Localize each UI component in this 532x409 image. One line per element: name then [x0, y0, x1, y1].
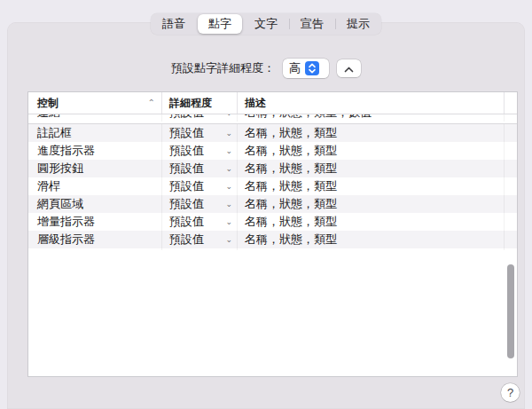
- chevron-down-icon: ⌄: [225, 114, 232, 117]
- column-header-description[interactable]: 描述: [238, 92, 505, 114]
- description-cell: 名稱，狀態，類型: [238, 160, 505, 177]
- row-gutter: [505, 124, 517, 142]
- tab-語音[interactable]: 語音: [151, 13, 197, 35]
- tab-文字[interactable]: 文字: [243, 13, 289, 35]
- table-row[interactable]: 層級指示器 預設值 ⌄ 名稱，狀態，類型: [28, 231, 517, 248]
- table-body: 註記框 預設值 ⌄ 名稱，狀態，類型 進度指示器 預設值 ⌄ 名稱，狀態，類型 …: [28, 124, 517, 250]
- row-gutter: [505, 160, 517, 177]
- verbosity-table: 控制 ⌃ 詳細程度 描述 連結 預設值 ⌄ 名稱，狀態，類型，數值 註記框 預設…: [27, 91, 518, 377]
- row-gutter: [505, 195, 517, 213]
- category-tabs: 語音點字文字宣告提示: [151, 13, 381, 35]
- verbosity-popup-value: 高: [289, 60, 301, 76]
- vertical-scrollbar-thumb[interactable]: [507, 264, 514, 358]
- tab-宣告[interactable]: 宣告: [289, 13, 335, 35]
- verbosity-value: 預設值: [169, 114, 204, 121]
- sort-ascending-icon: ⌃: [148, 98, 155, 107]
- tab-提示[interactable]: 提示: [335, 13, 381, 35]
- verbosity-value: 預設值: [169, 161, 204, 177]
- control-name: 網頁區域: [37, 196, 83, 212]
- table-row[interactable]: 圓形按鈕 預設值 ⌄ 名稱，狀態，類型: [28, 160, 517, 177]
- column-header-label: 描述: [245, 96, 266, 111]
- control-name: 圓形按鈕: [37, 161, 83, 177]
- chevron-down-icon: ⌄: [225, 146, 232, 155]
- table-row[interactable]: 連結 預設值 ⌄ 名稱，狀態，類型，數值: [28, 114, 517, 122]
- table-row[interactable]: 網頁區域 預設值 ⌄ 名稱，狀態，類型: [28, 195, 517, 213]
- description-text: 名稱，狀態，類型，數值: [245, 114, 372, 121]
- verbosity-cell-dropdown[interactable]: 預設值 ⌄: [162, 231, 238, 248]
- table-row[interactable]: 註記框 預設值 ⌄ 名稱，狀態，類型: [28, 124, 517, 142]
- verbosity-cell-dropdown[interactable]: 預設值 ⌄: [162, 124, 238, 142]
- default-verbosity-label: 預設點字詳細程度：: [171, 60, 275, 76]
- table-footer-space: [28, 250, 517, 376]
- verbosity-value: 預設值: [169, 232, 204, 248]
- chevron-up-icon: [344, 60, 354, 76]
- verbosity-cell-dropdown[interactable]: 預設值 ⌄: [162, 177, 238, 195]
- control-name: 註記框: [37, 125, 72, 141]
- description-text: 名稱，狀態，類型: [245, 143, 337, 159]
- chevron-down-icon: ⌄: [225, 129, 232, 138]
- verbosity-value: 預設值: [169, 143, 204, 159]
- description-text: 名稱，狀態，類型: [245, 178, 337, 194]
- control-cell: 層級指示器: [28, 231, 162, 248]
- description-cell: 名稱，狀態，類型: [238, 177, 505, 195]
- control-name: 滑桿: [37, 178, 60, 194]
- chevron-down-icon: ⌄: [225, 182, 232, 191]
- column-header-verbosity[interactable]: 詳細程度: [162, 92, 238, 114]
- verbosity-value: 預設值: [169, 125, 204, 141]
- row-gutter: [505, 231, 517, 248]
- control-cell: 網頁區域: [28, 195, 162, 213]
- description-cell: 名稱，狀態，類型，數值: [238, 114, 505, 122]
- table-header: 控制 ⌃ 詳細程度 描述: [28, 92, 517, 114]
- verbosity-cell-dropdown[interactable]: 預設值 ⌄: [162, 142, 238, 160]
- description-cell: 名稱，狀態，類型: [238, 231, 505, 248]
- control-cell: 增量指示器: [28, 213, 162, 231]
- verbosity-cell-dropdown[interactable]: 預設值 ⌄: [162, 213, 238, 231]
- description-text: 名稱，狀態，類型: [245, 232, 337, 248]
- verbosity-value: 預設值: [169, 249, 204, 250]
- description-text: 名稱，狀態，類型: [245, 161, 337, 177]
- popup-updown-chevrons-icon: [305, 61, 319, 75]
- description-text: 名稱，狀態，類型: [245, 196, 337, 212]
- control-cell: 圓形按鈕: [28, 160, 162, 177]
- description-cell: 名稱，狀態，類型: [238, 213, 505, 231]
- control-name: 增量指示器: [37, 214, 95, 230]
- control-name: 進度指示器: [37, 143, 95, 159]
- table-row[interactable]: 增量指示器 預設值 ⌄ 名稱，狀態，類型: [28, 213, 517, 231]
- chevron-down-icon: ⌄: [225, 164, 232, 173]
- control-cell: 連結: [28, 114, 162, 122]
- verbosity-cell-dropdown[interactable]: 預設值 ⌄: [162, 195, 238, 213]
- control-cell: 滑桿: [28, 177, 162, 195]
- description-cell: 名稱，狀態，類型: [238, 124, 505, 142]
- row-gutter: [505, 142, 517, 160]
- description-text: 名稱，狀態，類型: [245, 125, 337, 141]
- table-row-clipped[interactable]: 連結 預設值 ⌄ 名稱，狀態，類型，數值: [28, 114, 517, 124]
- column-header-label: 控制: [37, 96, 59, 111]
- verbosity-cell-dropdown[interactable]: 預設值 ⌄: [162, 160, 238, 177]
- row-gutter: [505, 114, 517, 122]
- control-cell: 進度指示器: [28, 142, 162, 160]
- row-gutter: [505, 213, 517, 231]
- help-button[interactable]: ?: [501, 383, 520, 402]
- collapse-detail-button[interactable]: [337, 59, 361, 77]
- column-header-gutter: [505, 92, 517, 114]
- verbosity-value: 預設值: [169, 178, 204, 194]
- column-header-control[interactable]: 控制 ⌃: [28, 92, 162, 114]
- chevron-down-icon: ⌄: [225, 200, 232, 208]
- control-name: 層級指示器: [37, 232, 95, 248]
- verbosity-cell-dropdown[interactable]: 預設值 ⌄: [162, 248, 238, 250]
- control-name: 連結: [37, 114, 60, 121]
- tab-點字[interactable]: 點字: [198, 14, 242, 34]
- description-cell: 名稱，狀態，類型: [238, 142, 505, 160]
- chevron-down-icon: ⌄: [225, 217, 232, 226]
- verbosity-value: 預設值: [169, 214, 204, 230]
- verbosity-cell-dropdown[interactable]: 預設值 ⌄: [162, 114, 238, 122]
- table-row[interactable]: 滑桿 預設值 ⌄ 名稱，狀態，類型: [28, 177, 517, 195]
- verbosity-popup-button[interactable]: 高: [283, 59, 329, 78]
- column-header-label: 詳細程度: [169, 96, 212, 111]
- description-text: 名稱，狀態，類型: [245, 214, 337, 230]
- default-verbosity-row: 預設點字詳細程度： 高: [0, 57, 532, 80]
- table-row[interactable]: 進度指示器 預設值 ⌄ 名稱，狀態，類型: [28, 142, 517, 160]
- description-cell: 名稱，狀態，類型: [238, 195, 505, 213]
- control-cell: 註記框: [28, 124, 162, 142]
- row-gutter: [505, 177, 517, 195]
